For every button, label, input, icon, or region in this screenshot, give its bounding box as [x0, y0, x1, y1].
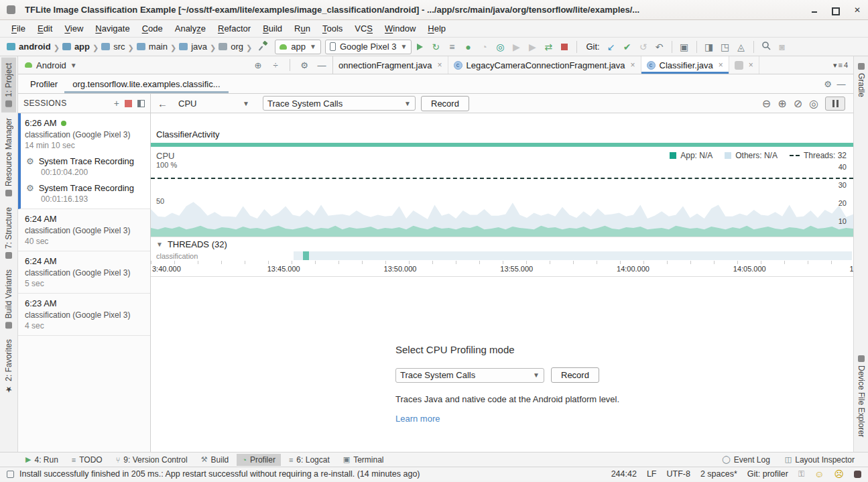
cpu-usage-chart[interactable]: 100 % 50 40 30 20 10	[151, 164, 853, 237]
profile-button[interactable]: ◎	[493, 42, 507, 52]
run-with-coverage-button[interactable]: ◔	[477, 42, 491, 52]
toolwindow-button-4-run[interactable]: ▶4: Run	[20, 454, 64, 466]
close-icon[interactable]: ×	[437, 60, 442, 70]
thread-row[interactable]: classification	[151, 251, 853, 261]
toolwindow-button-terminal[interactable]: ▣Terminal	[338, 454, 389, 466]
encoding-indicator[interactable]: UTF-8	[666, 469, 690, 479]
back-icon[interactable]: ←	[158, 98, 168, 109]
menu-help[interactable]: Help	[422, 21, 452, 36]
editor-tab-legacycameraconnectionfragment-java[interactable]: cLegacyCameraConnectionFragment.java×	[448, 56, 641, 74]
apply-changes-button[interactable]: ↻	[428, 42, 443, 52]
collapse-all-icon[interactable]: ÷	[269, 60, 282, 70]
editor-tab-onnectionfragment-java[interactable]: onnectionFragment.java×	[333, 56, 448, 74]
sidebar-item-device-file-explorer[interactable]: Device File Explorer	[855, 351, 868, 441]
git-update-button[interactable]: ↙	[604, 42, 619, 52]
git-history-button[interactable]: ↺	[636, 42, 651, 52]
menu-file[interactable]: File	[5, 21, 32, 36]
toolwindow-button-6-logcat[interactable]: ≡6: Logcat	[284, 454, 335, 466]
run-button[interactable]	[417, 44, 423, 50]
menu-tools[interactable]: Tools	[316, 21, 349, 36]
menu-navigate[interactable]: Navigate	[89, 21, 135, 36]
profiling-mode-select[interactable]: Trace System Calls ▼	[263, 96, 416, 111]
menu-code[interactable]: Code	[136, 21, 169, 36]
minimize-icon[interactable]	[810, 6, 818, 14]
record-button-center[interactable]: Record	[551, 367, 599, 383]
breadcrumb-item-java[interactable]: java	[179, 42, 207, 52]
breadcrumb-item-main[interactable]: main	[137, 42, 168, 52]
maximize-icon[interactable]	[832, 6, 840, 14]
debug-button[interactable]: ●	[460, 42, 475, 52]
git-commit-button[interactable]: ✔	[620, 42, 635, 52]
search-everywhere-icon[interactable]	[759, 41, 773, 52]
hide-panel-icon[interactable]: —	[315, 60, 328, 70]
stop-button[interactable]	[561, 44, 568, 50]
toolwindow-button-event-log[interactable]: ◯Event Log	[717, 454, 776, 466]
happy-face-icon[interactable]: ☺	[814, 469, 824, 479]
timeline-axis[interactable]: 3:40.00013:45.00013:50.00013:55.00014:00…	[151, 261, 853, 277]
menu-build[interactable]: Build	[257, 21, 288, 36]
status-message-area[interactable]: Install successfully finished in 205 ms.…	[7, 469, 611, 479]
sidebar-item-7-structure[interactable]: 7: Structure	[1, 202, 16, 264]
close-icon[interactable]: ✕	[853, 6, 861, 14]
stage-select[interactable]: CPU ▼	[174, 96, 253, 111]
menu-edit[interactable]: Edit	[32, 21, 58, 36]
sidebar-item-1-project[interactable]: 1: Project	[1, 58, 16, 113]
session-artifact[interactable]: ⚙System Trace Recording00:10:04.200	[26, 156, 145, 177]
toolwindow-button-profiler[interactable]: ◔Profiler	[237, 454, 281, 466]
gear-icon[interactable]: ⚙	[298, 60, 311, 70]
zoom-to-selection-icon[interactable]: ◎	[809, 97, 818, 110]
zoom-out-icon[interactable]: ⊖	[762, 97, 771, 110]
breadcrumb-item-app[interactable]: app	[62, 42, 90, 52]
profiler-session-tab[interactable]: org.tensorflow.lite.examples.classific..…	[64, 74, 228, 93]
lock-icon[interactable]: ⚿	[798, 469, 804, 479]
editor-tab-classifier-java[interactable]: cClassifier.java×	[641, 56, 729, 74]
session-item[interactable]: 6:26 AMclassification (Google Pixel 3)14…	[18, 113, 150, 209]
menu-refactor[interactable]: Refactor	[212, 21, 257, 36]
breadcrumb-item-android[interactable]: android	[7, 42, 51, 52]
device-select[interactable]: Google Pixel 3 ▼	[325, 40, 412, 54]
close-icon[interactable]: ×	[719, 60, 723, 70]
menu-run[interactable]: Run	[288, 21, 316, 36]
learn-more-link[interactable]: Learn more	[395, 414, 619, 424]
new-session-icon[interactable]: +	[114, 98, 119, 109]
project-view-select[interactable]: Android	[36, 60, 66, 70]
gradle-sync-button[interactable]: ◬	[734, 42, 749, 52]
sidebar-item-2-favorites[interactable]: ★2: Favorites	[1, 334, 16, 400]
menu-vcs[interactable]: VCS	[349, 21, 379, 36]
record-button[interactable]: Record	[421, 96, 469, 111]
close-icon[interactable]: ×	[631, 60, 635, 70]
sidebar-item-build-variants[interactable]: Build Variants	[1, 264, 16, 334]
breadcrumb-item-src[interactable]: src	[101, 42, 125, 52]
toolwindow-button-layout-inspector[interactable]: ◫Layout Inspector	[780, 454, 860, 466]
profiling-mode-select-center[interactable]: Trace System Calls ▼	[395, 368, 544, 383]
stop-session-icon[interactable]	[125, 100, 132, 107]
session-item[interactable]: 6:24 AMclassification (Google Pixel 3)40…	[18, 209, 150, 251]
toolwindow-button-build[interactable]: ⚒Build	[196, 454, 235, 466]
zoom-in-icon[interactable]: ⊕	[778, 97, 786, 110]
session-item[interactable]: 6:23 AMclassification (Google Pixel 3)4 …	[18, 294, 150, 336]
menu-view[interactable]: View	[58, 21, 89, 36]
session-artifact[interactable]: ⚙System Trace Recording00:01:16.193	[26, 183, 145, 204]
gear-icon[interactable]: ⚙	[821, 79, 834, 89]
git-branch-indicator[interactable]: Git: profiler	[747, 469, 788, 479]
hide-panel-icon[interactable]: —	[834, 79, 848, 89]
sad-face-icon[interactable]: ☹	[834, 469, 844, 479]
session-item[interactable]: 6:24 AMclassification (Google Pixel 3)5 …	[18, 251, 150, 294]
collapse-sessions-icon[interactable]	[137, 100, 145, 107]
locate-file-icon[interactable]: ⊕	[251, 60, 265, 70]
ide-errors-icon[interactable]	[854, 471, 861, 478]
indent-indicator[interactable]: 2 spaces*	[700, 469, 737, 479]
hidden-tabs-button[interactable]: ▾≡4	[828, 56, 853, 74]
toolwindow-button-9-version-control[interactable]: ⑂9: Version Control	[111, 454, 193, 466]
attach-debugger-button[interactable]: ▶	[509, 42, 523, 52]
breadcrumb-item-org[interactable]: org	[219, 42, 243, 52]
run-configuration-select[interactable]: app ▼	[275, 40, 321, 54]
menu-analyze[interactable]: Analyze	[169, 21, 212, 36]
profiler-window-label[interactable]: Profiler	[23, 74, 64, 93]
pause-live-button[interactable]	[825, 97, 845, 111]
profile-avatar[interactable]: ◙	[775, 42, 790, 52]
sdk-manager-button[interactable]: ◳	[718, 42, 733, 52]
sidebar-item-resource-manager[interactable]: Resource Manager	[1, 113, 16, 202]
attach-profiler-button[interactable]: ▶	[525, 42, 540, 52]
editor-tab-misc[interactable]: ×	[729, 56, 759, 74]
